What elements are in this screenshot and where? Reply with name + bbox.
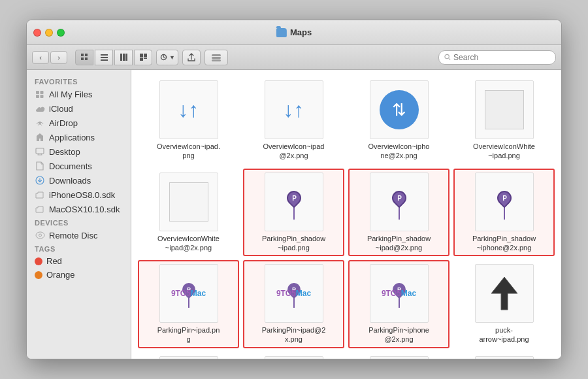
view-cover-button[interactable] xyxy=(134,50,152,65)
search-box[interactable] xyxy=(438,50,556,65)
arrow-up-svg xyxy=(488,274,521,313)
svg-rect-6 xyxy=(101,59,108,61)
file-thumb-4 xyxy=(475,80,534,139)
svg-rect-17 xyxy=(212,59,221,61)
window-folder-icon xyxy=(276,28,287,37)
desktop-icon xyxy=(35,146,45,157)
sidebar-item-red[interactable]: Red xyxy=(27,254,131,268)
sidebar-item-macosx[interactable]: MacOSX10.10.sdk xyxy=(27,202,131,216)
svg-rect-7 xyxy=(120,54,122,61)
sidebar-label-icloud: iCloud xyxy=(49,104,73,114)
file-item-9[interactable]: P 9TO5Mac ParkingPin~ipad.png xyxy=(138,260,239,348)
applications-icon xyxy=(35,132,45,142)
search-input[interactable] xyxy=(453,53,550,62)
svg-rect-24 xyxy=(36,148,44,154)
share-button[interactable] xyxy=(182,50,201,65)
sidebar-item-orange[interactable]: Orange xyxy=(27,268,131,282)
file-thumb-2: ↓↑ xyxy=(265,80,323,139)
sidebar-item-airdrop[interactable]: AirDrop xyxy=(27,116,131,130)
view-list-button[interactable] xyxy=(95,50,113,65)
svg-rect-20 xyxy=(36,91,39,94)
documents-icon xyxy=(35,161,45,171)
file-item-14[interactable] xyxy=(243,352,344,359)
all-my-files-icon xyxy=(35,89,45,99)
titlebar: Maps xyxy=(27,20,561,45)
sidebar-label-all-my-files: All My Files xyxy=(49,90,92,99)
file-name-7: ParkingPin_shadow~ipad@2x.png xyxy=(367,234,431,253)
file-item-11[interactable]: P 9TO5Mac ParkingPin~iphone@2x.png xyxy=(348,260,449,348)
file-item-16[interactable] xyxy=(453,352,555,359)
file-name-2: OverviewIcon~ipad@2x.png xyxy=(263,142,325,161)
file-thumb-5 xyxy=(159,173,218,231)
file-name-10: ParkingPin~ipad@2x.png xyxy=(262,325,326,344)
file-item-1[interactable]: ↓↑ OverviewIcon~ipad.png xyxy=(138,76,239,165)
file-item-6[interactable]: P ParkingPin_shadow~ipad.png xyxy=(243,169,344,257)
file-item-15[interactable] xyxy=(348,352,449,359)
file-item-4[interactable]: OverviewIconWhite~ipad.png xyxy=(453,76,555,165)
file-item-13[interactable] xyxy=(138,352,239,359)
file-item-3[interactable]: ⇅ OverviewIcon~iphone@2x.png xyxy=(348,76,449,165)
svg-point-18 xyxy=(445,54,449,58)
sidebar-item-all-my-files[interactable]: All My Files xyxy=(27,87,131,101)
view-icon-button[interactable] xyxy=(75,50,93,65)
minimize-button[interactable] xyxy=(45,29,53,37)
svg-rect-15 xyxy=(212,54,221,56)
main-content: Favorites All My Files xyxy=(27,70,561,359)
sidebar: Favorites All My Files xyxy=(27,70,131,359)
iphoneos-icon xyxy=(35,190,45,200)
file-thumb-15 xyxy=(370,356,429,359)
sidebar-item-documents[interactable]: Documents xyxy=(27,159,131,173)
svg-rect-2 xyxy=(81,58,84,60)
file-item-5[interactable]: OverviewIconWhite~ipad@2x.png xyxy=(138,169,239,257)
svg-rect-13 xyxy=(144,58,147,59)
orange-tag-dot xyxy=(35,271,42,279)
sidebar-label-desktop: Desktop xyxy=(49,147,80,157)
svg-rect-16 xyxy=(212,57,221,59)
window-title: Maps xyxy=(290,27,312,37)
remote-disc-icon xyxy=(35,230,45,240)
svg-rect-12 xyxy=(140,58,143,61)
sidebar-label-downloads: Downloads xyxy=(49,176,91,186)
file-item-12[interactable]: puck-arrow~ipad.png xyxy=(453,260,555,348)
forward-button[interactable]: › xyxy=(50,51,67,64)
file-area: ↓↑ OverviewIcon~ipad.png ↓↑ OverviewIcon… xyxy=(131,70,561,359)
svg-point-29 xyxy=(36,232,44,239)
back-button[interactable]: ‹ xyxy=(32,51,49,64)
sidebar-item-downloads[interactable]: Downloads xyxy=(27,173,131,188)
file-item-8[interactable]: P ParkingPin_shadow~iphone@2x.png xyxy=(453,169,555,257)
view-columns-button[interactable] xyxy=(114,50,133,65)
svg-rect-23 xyxy=(41,95,44,98)
sidebar-item-remote-disc[interactable]: Remote Disc xyxy=(27,228,131,242)
file-item-10[interactable]: P 9TO5Mac ParkingPin~ipad@2x.png xyxy=(243,260,344,348)
svg-rect-21 xyxy=(41,91,44,94)
sidebar-item-desktop[interactable]: Desktop xyxy=(27,144,131,159)
sidebar-label-airdrop: AirDrop xyxy=(49,118,78,128)
file-name-9: ParkingPin~ipad.png xyxy=(157,325,220,344)
svg-rect-4 xyxy=(101,54,108,56)
file-name-12: puck-arrow~ipad.png xyxy=(472,325,537,344)
svg-rect-3 xyxy=(85,58,88,60)
tag-button[interactable] xyxy=(204,50,228,65)
close-button[interactable] xyxy=(33,29,41,37)
sidebar-item-applications[interactable]: Applications xyxy=(27,130,131,144)
downloads-icon xyxy=(35,175,45,186)
file-item-7[interactable]: P ParkingPin_shadow~ipad@2x.png xyxy=(348,169,449,257)
maximize-button[interactable] xyxy=(57,29,65,37)
svg-rect-11 xyxy=(144,54,147,57)
sidebar-item-iphoneos[interactable]: iPhoneOS8.0.sdk xyxy=(27,188,131,202)
sidebar-item-icloud[interactable]: iCloud xyxy=(27,101,131,116)
file-thumb-1: ↓↑ xyxy=(159,80,218,139)
file-thumb-6: P xyxy=(265,173,323,231)
svg-marker-31 xyxy=(491,277,517,310)
sidebar-label-remote-disc: Remote Disc xyxy=(49,231,97,240)
sidebar-label-documents: Documents xyxy=(49,161,92,171)
action-button[interactable]: ▼ xyxy=(156,50,178,65)
file-thumb-7: P xyxy=(370,173,429,231)
svg-rect-0 xyxy=(81,54,84,56)
file-name-3: OverviewIcon~iphone@2x.png xyxy=(368,142,430,161)
file-item-2[interactable]: ↓↑ OverviewIcon~ipad@2x.png xyxy=(243,76,344,165)
traffic-lights xyxy=(33,29,65,37)
sidebar-label-iphoneos: iPhoneOS8.0.sdk xyxy=(49,190,115,200)
file-thumb-8: P xyxy=(475,173,534,231)
svg-rect-9 xyxy=(125,54,127,61)
